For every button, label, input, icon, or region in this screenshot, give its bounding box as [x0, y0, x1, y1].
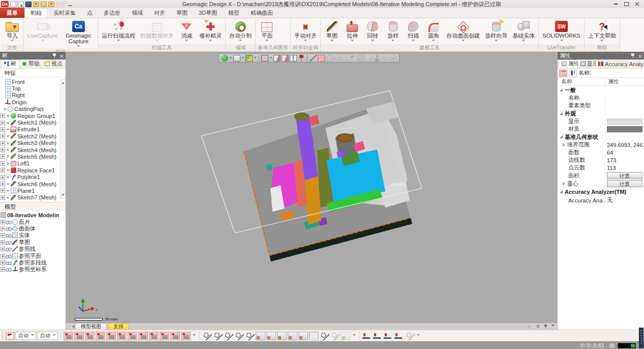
- property-value[interactable]: 64: [605, 149, 644, 156]
- rectangle-select-icon[interactable]: [318, 55, 325, 62]
- redo-icon[interactable]: [62, 2, 67, 6]
- tab-model-view[interactable]: 模型视图: [75, 323, 107, 330]
- measure-angle-icon[interactable]: [373, 332, 383, 340]
- tab-help[interactable]: 帮助: [19, 60, 42, 68]
- quick-access-more-icon[interactable]: [68, 2, 72, 6]
- view-cube-icon[interactable]: [233, 55, 240, 62]
- tree-item[interactable]: Sketch4 (Mesh): [1, 147, 59, 153]
- zoom-in-icon[interactable]: [213, 332, 223, 340]
- expand-icon[interactable]: [1, 254, 5, 258]
- pin-icon[interactable]: [631, 53, 635, 58]
- run-scan-process-button[interactable]: 运行扫描流程: [99, 19, 138, 44]
- property-row[interactable]: Accuracy Ana...无: [558, 196, 644, 205]
- open-document-icon[interactable]: [18, 2, 24, 7]
- tab-model[interactable]: 模型: [223, 8, 245, 18]
- loft-button[interactable]: 放样: [383, 19, 403, 44]
- close-button[interactable]: [632, 1, 642, 8]
- geomagic-capture-button[interactable]: Ca Geomagic Capture: [60, 19, 97, 48]
- calculate-centroid-button[interactable]: 计算: [607, 180, 642, 187]
- visibility-eye-icon[interactable]: [6, 254, 12, 258]
- section-view-icon[interactable]: [273, 55, 281, 62]
- tree-item[interactable]: Sketch7 (Mesh): [1, 194, 59, 201]
- visibility-dot-icon[interactable]: [7, 135, 9, 137]
- tree-item[interactable]: Region Group1: [1, 112, 59, 119]
- expand-icon[interactable]: [1, 247, 5, 251]
- visibility-dot-icon[interactable]: [7, 122, 9, 124]
- expand-icon[interactable]: [1, 148, 5, 152]
- measure-section-icon[interactable]: [394, 332, 404, 340]
- corner-scrollbar[interactable]: [639, 328, 643, 348]
- property-group[interactable]: 外观: [558, 109, 644, 118]
- visibility-dot-icon[interactable]: [7, 155, 9, 158]
- section-plane-icon[interactable]: [282, 55, 289, 62]
- manual-align-button[interactable]: 手动对齐: [292, 19, 319, 44]
- tab-align[interactable]: 对齐: [148, 8, 171, 18]
- view-iso-icon[interactable]: [309, 332, 319, 340]
- tree-item[interactable]: Right: [1, 92, 59, 99]
- folder-icon[interactable]: [41, 2, 47, 7]
- expand-icon[interactable]: [1, 134, 5, 138]
- tree-item[interactable]: Plane1: [1, 187, 59, 194]
- expand-icon[interactable]: [1, 168, 5, 172]
- expand-icon[interactable]: [1, 233, 5, 238]
- property-row[interactable]: 境界范围249.6993, 246.52...: [558, 141, 644, 149]
- tab-scroll-left-button[interactable]: [69, 324, 75, 330]
- visibility-dot-icon[interactable]: [7, 142, 9, 144]
- visibility-eye-icon[interactable]: [6, 220, 12, 224]
- tree-item[interactable]: Replace Face1: [1, 167, 59, 173]
- plane-button[interactable]: 平面: [257, 19, 277, 44]
- dropdown-caret-icon[interactable]: [270, 57, 272, 60]
- selection-filter-dropdown[interactable]: 自动: [15, 332, 36, 340]
- tab-3d-sketch[interactable]: 3D草图: [193, 8, 223, 18]
- tree-item[interactable]: 实体: [1, 232, 59, 239]
- visibility-dot-icon[interactable]: [7, 149, 9, 151]
- tree-item[interactable]: 草图: [1, 239, 59, 246]
- view-back-icon[interactable]: [266, 332, 276, 340]
- tab-pin-button[interactable]: [542, 324, 548, 329]
- tree-item[interactable]: Top: [1, 85, 59, 92]
- vector-tool-icon[interactable]: [117, 332, 127, 340]
- expand-icon[interactable]: [1, 226, 5, 231]
- property-group[interactable]: Accuracy Analyzer(TM): [558, 188, 644, 196]
- tree-item[interactable]: 参照多段线: [1, 259, 59, 266]
- column-name[interactable]: 名称: [558, 78, 605, 85]
- tree-item[interactable]: Sketch1 (Mesh): [1, 119, 59, 126]
- extrude-button[interactable]: 拉伸: [342, 19, 362, 44]
- tab-live-capture[interactable]: 实时采集: [48, 8, 81, 18]
- import-folder-icon[interactable]: [33, 2, 39, 7]
- zoom-selection-icon[interactable]: [234, 332, 244, 340]
- visibility-dot-icon[interactable]: [4, 108, 6, 110]
- datum-tool-icon[interactable]: [181, 332, 191, 340]
- line-select-icon[interactable]: [310, 55, 317, 62]
- expand-icon[interactable]: [1, 195, 5, 200]
- tab-exact-surface[interactable]: 精确曲面: [245, 8, 279, 18]
- solidworks-button[interactable]: SW SOLIDWORKS: [540, 19, 583, 44]
- shading-mode-icon[interactable]: [246, 55, 253, 62]
- auto-segment-button[interactable]: 自动分割: [227, 19, 254, 44]
- tab-properties[interactable]: 属性: [559, 60, 578, 68]
- tab-close-button[interactable]: [535, 324, 541, 329]
- model-canvas[interactable]: Plane1 x: [66, 52, 557, 323]
- visibility-dot-icon[interactable]: [7, 169, 9, 171]
- viewpoint-globe-icon[interactable]: [221, 55, 228, 62]
- boss-top[interactable]: [337, 134, 353, 142]
- expand-icon[interactable]: [563, 182, 565, 186]
- tab-initial[interactable]: 初始: [24, 8, 48, 18]
- expand-icon[interactable]: [1, 113, 5, 118]
- surface-fit-tool-icon[interactable]: [96, 332, 105, 340]
- material-swatch[interactable]: [607, 126, 642, 132]
- visibility-dot-icon[interactable]: [7, 128, 9, 131]
- segment-tool-icon[interactable]: [64, 332, 73, 340]
- property-row[interactable]: 材质: [558, 125, 644, 133]
- dropdown-caret-icon[interactable]: [230, 57, 232, 60]
- expand-icon[interactable]: [1, 141, 5, 146]
- visibility-eye-icon[interactable]: [6, 234, 12, 237]
- more-measure-icon[interactable]: [417, 334, 420, 337]
- visibility-dot-icon[interactable]: [7, 183, 9, 185]
- tree-item[interactable]: Sketch3 (Mesh): [1, 140, 59, 147]
- zoom-fit-icon[interactable]: [202, 332, 212, 340]
- tree-item[interactable]: Sketch2 (Mesh): [1, 133, 59, 139]
- toolbar-grip[interactable]: [2, 332, 4, 340]
- model-root-item[interactable]: 08-Iterative Modeling Compl: [1, 212, 59, 218]
- more-tools-icon[interactable]: [193, 334, 196, 337]
